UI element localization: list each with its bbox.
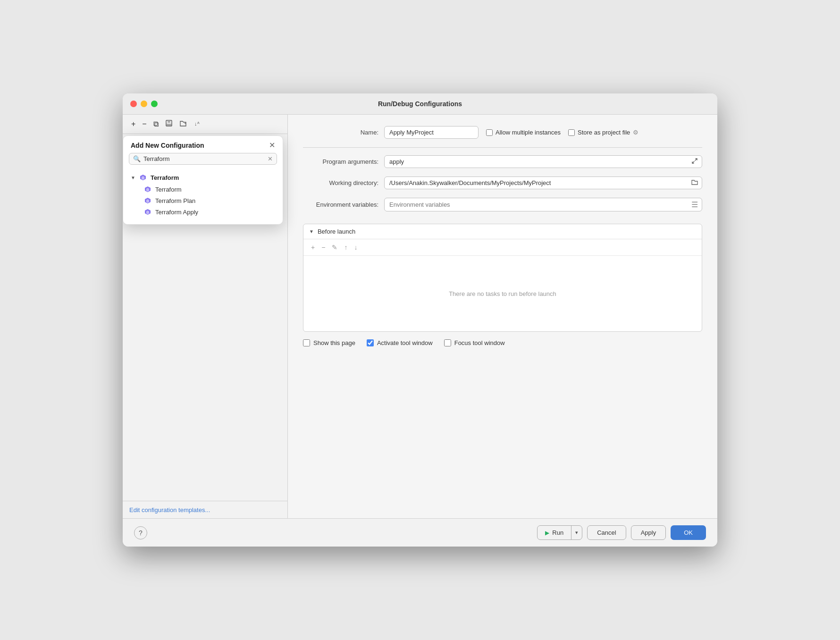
left-toolbar: + − ⧉ +: [123, 115, 287, 134]
svg-text:↓ᴬ: ↓ᴬ: [194, 121, 200, 126]
name-row: Name: Allow multiple instances Store as …: [303, 126, 702, 139]
terraform-apply-icon: [144, 208, 151, 216]
program-args-label: Program arguments:: [303, 158, 378, 165]
store-project-checkbox-group[interactable]: Store as project file ⚙: [568, 129, 638, 136]
popup-header: Add New Configuration ✕: [123, 136, 283, 153]
show-page-checkbox[interactable]: [303, 339, 310, 346]
left-footer: Edit configuration templates...: [123, 501, 287, 518]
show-page-checkbox-group[interactable]: Show this page: [303, 339, 355, 346]
dialog-footer: ? ▶ Run ▾ Cancel Apply OK: [123, 518, 717, 547]
terraform-apply-item[interactable]: Terraform Apply: [123, 206, 283, 218]
remove-config-button[interactable]: −: [139, 118, 149, 130]
sort-button[interactable]: ↓ᴬ: [191, 118, 204, 131]
separator-1: [303, 147, 702, 148]
terraform-item[interactable]: Terraform: [123, 184, 283, 195]
name-input[interactable]: [384, 126, 479, 139]
focus-window-checkbox-group[interactable]: Focus tool window: [444, 339, 505, 346]
store-project-settings-icon[interactable]: ⚙: [633, 129, 638, 136]
before-launch-down-button[interactable]: ↓: [351, 242, 360, 253]
minimize-window-button[interactable]: [141, 101, 147, 107]
store-project-checkbox[interactable]: [568, 129, 575, 136]
run-button[interactable]: ▶ Run: [538, 526, 571, 539]
before-launch-remove-button[interactable]: −: [319, 242, 328, 253]
maximize-window-button[interactable]: [151, 101, 158, 107]
main-content: + − ⧉ +: [123, 115, 717, 518]
terraform-plan-item[interactable]: Terraform Plan: [123, 195, 283, 206]
env-vars-input[interactable]: [385, 199, 688, 211]
left-panel: + − ⧉ +: [123, 115, 288, 518]
working-dir-browse-button[interactable]: [688, 177, 702, 189]
close-window-button[interactable]: [130, 101, 137, 107]
terraform-apply-label: Terraform Apply: [155, 209, 198, 216]
popup-tree: ▼ Terraform Terraf: [123, 168, 283, 224]
run-dropdown-button[interactable]: ▾: [571, 526, 582, 539]
store-project-label: Store as project file: [578, 129, 630, 136]
save-icon: [165, 119, 173, 127]
before-launch-add-button[interactable]: +: [308, 242, 318, 253]
run-button-label: Run: [552, 529, 563, 536]
window-controls: [130, 101, 158, 107]
new-folder-button[interactable]: +: [176, 118, 190, 131]
terraform-group-header[interactable]: ▼ Terraform: [123, 171, 283, 184]
popup-close-button[interactable]: ✕: [269, 142, 275, 149]
show-page-label: Show this page: [313, 339, 355, 346]
name-control-group: Allow multiple instances Store as projec…: [384, 126, 702, 139]
before-launch-body: There are no tasks to run before launch: [303, 256, 702, 331]
program-args-expand-button[interactable]: [688, 156, 702, 168]
env-vars-icon-button[interactable]: ☰: [688, 198, 702, 211]
env-vars-label: Environment variables:: [303, 201, 378, 208]
apply-button[interactable]: Apply: [631, 525, 666, 540]
popup-search-icon: 🔍: [133, 155, 141, 162]
add-config-button[interactable]: +: [128, 118, 138, 130]
title-bar: Run/Debug Configurations: [123, 93, 717, 115]
run-debug-dialog: Run/Debug Configurations + − ⧉: [123, 93, 717, 547]
terraform-plan-label: Terraform Plan: [155, 197, 195, 204]
cancel-button[interactable]: Cancel: [587, 525, 626, 540]
popup-search-box: 🔍 ✕: [129, 153, 277, 165]
activate-window-checkbox[interactable]: [367, 339, 374, 346]
footer-right: ▶ Run ▾ Cancel Apply OK: [537, 525, 706, 540]
footer-left: ?: [134, 526, 147, 539]
copy-config-button[interactable]: ⧉: [151, 118, 161, 130]
before-launch-empty-text: There are no tasks to run before launch: [449, 290, 556, 297]
program-args-row: Program arguments:: [303, 155, 702, 168]
terraform-group-icon: [139, 174, 147, 181]
popup-search-clear-button[interactable]: ✕: [268, 156, 273, 162]
right-panel: Name: Allow multiple instances Store as …: [288, 115, 717, 518]
before-launch-toolbar: + − ✎ ↑ ↓: [303, 239, 702, 256]
terraform-group-label: Terraform: [151, 174, 179, 181]
program-args-input[interactable]: [385, 156, 688, 168]
popup-title: Add New Configuration: [131, 142, 204, 149]
popup-search-input[interactable]: [143, 155, 265, 162]
dialog-title: Run/Debug Configurations: [378, 100, 462, 108]
working-dir-row: Working directory:: [303, 177, 702, 189]
terraform-item-label: Terraform: [155, 186, 182, 193]
before-launch-up-button[interactable]: ↑: [341, 242, 350, 253]
svg-rect-2: [167, 124, 171, 126]
terraform-group-chevron: ▼: [131, 175, 135, 180]
env-vars-input-group: ☰: [384, 198, 702, 211]
before-launch-section: ▼ Before launch + − ✎ ↑ ↓ There are no t…: [303, 224, 702, 332]
working-dir-input-group: [384, 177, 702, 189]
run-button-group: ▶ Run ▾: [537, 525, 582, 540]
edit-templates-link[interactable]: Edit configuration templates...: [129, 506, 210, 514]
sort-icon: ↓ᴬ: [193, 119, 201, 127]
activate-window-checkbox-group[interactable]: Activate tool window: [367, 339, 433, 346]
run-triangle-icon: ▶: [545, 530, 549, 536]
focus-window-checkbox[interactable]: [444, 339, 451, 346]
save-config-button[interactable]: [162, 118, 176, 131]
config-list: [123, 370, 287, 501]
ok-button[interactable]: OK: [671, 525, 706, 540]
before-launch-edit-button[interactable]: ✎: [329, 242, 340, 253]
working-dir-input[interactable]: [385, 177, 688, 189]
help-button[interactable]: ?: [134, 526, 147, 539]
add-new-config-popup: Add New Configuration ✕ 🔍 ✕ ▼: [123, 135, 283, 225]
allow-multiple-checkbox-group[interactable]: Allow multiple instances: [486, 129, 561, 136]
allow-multiple-checkbox[interactable]: [486, 129, 493, 136]
expand-icon: [691, 158, 698, 164]
before-launch-header[interactable]: ▼ Before launch: [303, 224, 702, 239]
terraform-item-icon: [144, 185, 151, 193]
terraform-group: ▼ Terraform Terraf: [123, 170, 283, 219]
allow-multiple-label: Allow multiple instances: [496, 129, 561, 136]
options-checkboxes-row: Show this page Activate tool window Focu…: [303, 339, 702, 346]
